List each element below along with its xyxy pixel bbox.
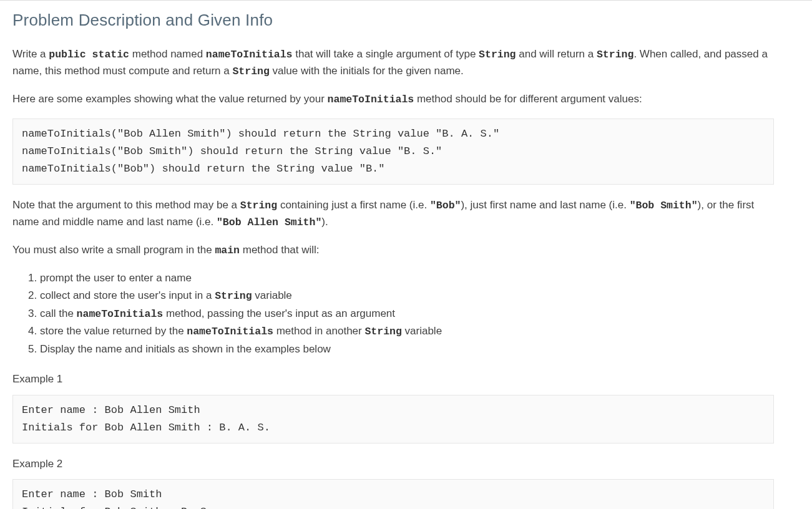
- code-string: String: [240, 200, 277, 211]
- example-1-label: Example 1: [12, 371, 774, 387]
- text: variable: [252, 289, 292, 301]
- text: and will return a: [516, 48, 597, 60]
- text: method, passing the user's input as an a…: [163, 308, 395, 319]
- list-item: call the nameToInitials method, passing …: [40, 306, 774, 322]
- section-title: Problem Description and Given Info: [12, 8, 774, 32]
- code-string: String: [479, 49, 516, 61]
- text: method should be for different argument …: [414, 93, 642, 105]
- code-literal-bob-smith: "Bob Smith": [630, 200, 698, 211]
- list-item: prompt the user to enter a name: [40, 270, 774, 286]
- text: containing just a first name (i.e.: [277, 199, 430, 211]
- list-item: store the value returned by the nameToIn…: [40, 323, 774, 340]
- code-literal-bob-allen-smith: "Bob Allen Smith": [217, 216, 321, 228]
- paragraph-main-intro: You must also write a small program in t…: [12, 242, 774, 259]
- code-block-examples: nameToInitials("Bob Allen Smith") should…: [12, 119, 774, 185]
- text: You must also write a small program in t…: [12, 244, 215, 256]
- text: variable: [402, 325, 442, 337]
- text: collect and store the user's input in a: [40, 289, 215, 301]
- example-2-label: Example 2: [12, 456, 774, 472]
- code-string: String: [364, 326, 401, 337]
- text: ).: [321, 216, 328, 228]
- code-literal-bob: "Bob": [430, 200, 461, 211]
- list-item: Display the name and initials as shown i…: [40, 341, 774, 357]
- code-public-static: public static: [49, 49, 129, 61]
- paragraph-intro: Write a public static method named nameT…: [12, 46, 774, 80]
- text: ), just first name and last name (i.e.: [461, 199, 629, 211]
- text: prompt the user to enter a name: [40, 272, 192, 284]
- document-body: Problem Description and Given Info Write…: [0, 1, 786, 509]
- text: Note that the argument to this method ma…: [12, 199, 240, 211]
- code-string: String: [232, 65, 269, 77]
- code-string: String: [597, 49, 633, 61]
- text: Write a: [12, 48, 49, 60]
- text: Here are some examples showing what the …: [12, 93, 328, 105]
- code-block-example-1: Enter name : Bob Allen Smith Initials fo…: [12, 395, 774, 444]
- text: value with the initials for the given na…: [270, 65, 464, 77]
- paragraph-note: Note that the argument to this method ma…: [12, 197, 774, 231]
- text: method named: [129, 48, 206, 60]
- code-nametoinitials: nameToInitials: [77, 308, 164, 320]
- code-nametoinitials: nameToInitials: [206, 49, 293, 61]
- code-main: main: [215, 245, 240, 256]
- code-nametoinitials: nameToInitials: [187, 326, 273, 337]
- code-block-example-2: Enter name : Bob Smith Initials for Bob …: [12, 479, 774, 509]
- text: method in another: [273, 325, 364, 337]
- text: Display the name and initials as shown i…: [40, 343, 331, 355]
- code-string: String: [215, 290, 252, 302]
- text: that will take a single argument of type: [292, 48, 479, 60]
- text: method that will:: [240, 244, 320, 256]
- paragraph-examples-intro: Here are some examples showing what the …: [12, 91, 774, 108]
- code-nametoinitials: nameToInitials: [328, 94, 414, 105]
- steps-list: prompt the user to enter a name collect …: [12, 270, 774, 357]
- text: store the value returned by the: [40, 325, 187, 337]
- list-item: collect and store the user's input in a …: [40, 288, 774, 304]
- text: call the: [40, 308, 77, 319]
